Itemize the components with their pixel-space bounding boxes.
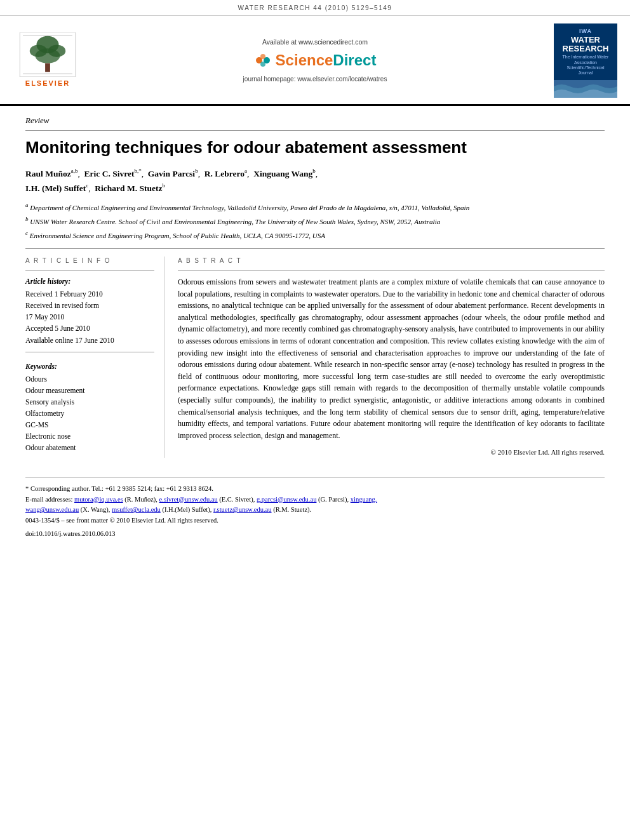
science-part: Science (276, 51, 333, 69)
sciencedirect-logo: ScienceDirect (254, 50, 377, 71)
svg-point-10 (260, 54, 265, 59)
email-line: E-mail addresses: mutora@iq.uva.es (R. M… (25, 495, 605, 516)
sd-dots-icon (254, 51, 272, 69)
author-lebrero-sup: a (245, 168, 247, 174)
author-wang: Xinguang Wang (253, 169, 312, 178)
elsevier-tree-icon (19, 32, 76, 77)
elsevier-label: ELSEVIER (25, 79, 70, 88)
doi-line: doi:10.1016/j.watres.2010.06.013 (25, 529, 605, 540)
author-sivret: Eric C. Sivret (84, 169, 135, 178)
email-suffet[interactable]: msuffet@ucla.edu (112, 506, 161, 513)
author-lebrero: R. Lebrero (204, 169, 245, 178)
history-item-1: Received in revised form (25, 300, 154, 310)
abstract-text: Odorous emissions from sewers and wastew… (178, 276, 605, 441)
authors: Raul Muñoza,b, Eric C. Sivretb,*, Gavin … (25, 166, 605, 194)
footer-section: * Corresponding author. Tel.: +61 2 9385… (25, 477, 605, 540)
email-stuetz-name: (R.M. Stuetz). (273, 506, 311, 513)
direct-part: Direct (333, 51, 376, 69)
affil-b: b UNSW Water Research Centre. School of … (25, 215, 605, 227)
keywords-divider (25, 352, 154, 352)
affil-a: a Department of Chemical Engineering and… (25, 201, 605, 213)
sciencedirect-text: ScienceDirect (276, 50, 377, 71)
email-sivret-name: (E.C. Sivret), (219, 496, 257, 503)
keyword-6: Odour abatement (25, 443, 154, 453)
article-info-heading: A R T I C L E I N F O (25, 257, 154, 265)
history-item-4: Available online 17 June 2010 (25, 335, 154, 345)
wr-subtitle-label: The International Water AssociationScien… (559, 55, 612, 76)
email-wang-name: (X. Wang), (81, 506, 112, 513)
affil-c: c Environmental Science and Engineering … (25, 229, 605, 241)
author-wang-sup: b (312, 168, 316, 174)
article-info-col: A R T I C L E I N F O Article history: R… (25, 257, 165, 458)
keyword-5: Electronic nose (25, 431, 154, 441)
author-sivret-sup: b,* (134, 168, 141, 174)
author-parcsi: Gavin Parcsi (148, 169, 195, 178)
author-parcsi-sup: b (195, 168, 198, 174)
wr-waves-decoration (554, 80, 617, 98)
author-stuetz: Richard M. Stuetz (95, 183, 162, 192)
abstract-heading: A B S T R A C T (178, 257, 605, 265)
email-wang[interactable]: xinguang. (351, 496, 377, 503)
keyword-2: Sensory analysis (25, 397, 154, 407)
author-munoz: Raul Muñoz (25, 169, 71, 178)
email-parcsi[interactable]: g.parcsi@unsw.edu.au (257, 496, 316, 503)
corresponding-author-line: * Corresponding author. Tel.: +61 2 9385… (25, 484, 605, 495)
available-text: Available at www.sciencedirect.com (262, 37, 368, 47)
section-divider (25, 248, 605, 249)
keyword-1: Odour measurement (25, 385, 154, 396)
header-section: ELSEVIER Available at www.sciencedirect.… (0, 16, 630, 106)
keyword-3: Olfactometry (25, 408, 154, 418)
email-munoz[interactable]: mutora@iq.uva.es (74, 496, 123, 503)
history-label: Article history: (25, 276, 154, 286)
info-divider (25, 270, 154, 271)
water-research-logo: IWA WATER RESEARCH The International Wat… (547, 23, 617, 98)
email-suffet-name: (I.H.(Mel) Suffet), (162, 506, 213, 513)
author-suffet: I.H. (Mel) Suffet (25, 183, 86, 192)
rights-line: 0043-1354/$ – see front matter © 2010 El… (25, 516, 605, 526)
svg-point-4 (36, 48, 60, 63)
copyright-line: © 2010 Elsevier Ltd. All rights reserved… (178, 448, 605, 457)
svg-point-11 (260, 62, 265, 67)
abstract-divider (178, 270, 605, 271)
email-munoz-name: (R. Muñoz), (124, 496, 159, 503)
wr-title-label: WATER RESEARCH (559, 36, 612, 54)
keyword-4: GC-MS (25, 420, 154, 430)
email-label: E-mail addresses: (25, 496, 72, 503)
sd-icon (254, 51, 272, 69)
email-parcsi-name: (G. Parcsi), (318, 496, 351, 503)
journal-homepage: journal homepage: www.elsevier.com/locat… (243, 75, 387, 84)
abstract-col: A B S T R A C T Odorous emissions from s… (178, 257, 605, 458)
author-stuetz-sup: b (162, 182, 165, 189)
history-item-3: Accepted 5 June 2010 (25, 323, 154, 333)
elsevier-logo: ELSEVIER (13, 32, 83, 88)
journal-bar-text: WATER RESEARCH 44 (2010) 5129–5149 (238, 4, 392, 11)
author-suffet-sup: c (86, 182, 88, 189)
history-item-0: Received 1 February 2010 (25, 289, 154, 299)
main-content: Review Monitoring techniques for odour a… (0, 106, 630, 540)
email-stuetz[interactable]: r.stuetz@unsw.edu.au (213, 506, 272, 513)
header-center: Available at www.sciencedirect.com Scien… (83, 37, 547, 83)
waves-icon (554, 80, 617, 98)
article-title: Monitoring techniques for odour abatemen… (25, 137, 605, 158)
email-wang-2[interactable]: wang@unsw.edu.au (25, 506, 79, 513)
keyword-0: Odours (25, 374, 154, 384)
email-sivret[interactable]: e.sivret@unsw.edu.au (159, 496, 218, 503)
affiliations: a Department of Chemical Engineering and… (25, 201, 605, 241)
wr-box: IWA WATER RESEARCH The International Wat… (554, 23, 617, 80)
journal-bar: WATER RESEARCH 44 (2010) 5129–5149 (0, 0, 630, 16)
history-item-2: 17 May 2010 (25, 312, 154, 322)
keywords-label: Keywords: (25, 361, 154, 371)
author-munoz-sup: a,b (71, 168, 78, 174)
svg-rect-5 (45, 63, 50, 72)
two-col-section: A R T I C L E I N F O Article history: R… (25, 257, 605, 458)
section-label: Review (25, 106, 605, 131)
wr-iwa-label: IWA (559, 27, 612, 36)
